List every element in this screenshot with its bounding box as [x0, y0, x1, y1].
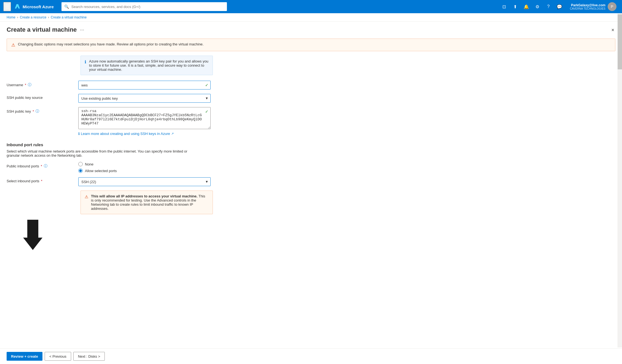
- notifications-button[interactable]: 🔔: [521, 2, 531, 12]
- user-info: ParkGalaxy@live.com CAVERNA TECHNOLOGIES: [570, 3, 605, 10]
- upload-button[interactable]: ⬆: [510, 2, 520, 12]
- page-container: Create a virtual machine ··· × ⚠ Changin…: [0, 22, 622, 362]
- info-icon: ℹ: [85, 59, 86, 64]
- main-content: ℹ Azure now automatically generates an S…: [0, 56, 622, 278]
- breadcrumb-home[interactable]: Home: [7, 15, 15, 19]
- warning-box-text: This will allow all IP addresses to acce…: [91, 194, 209, 211]
- azure-icon: [14, 4, 20, 10]
- search-bar: 🔍: [61, 2, 227, 11]
- ssh-key-label: SSH public key * ⓘ: [7, 107, 78, 114]
- external-link-icon: ↗: [171, 132, 174, 135]
- select-inbound-wrap: SSH (22) HTTP (80) HTTPS (443) RDP (3389…: [78, 177, 211, 186]
- user-org: CAVERNA TECHNOLOGIES: [570, 7, 605, 10]
- nav-icons: ⊡ ⬆ 🔔 ⚙ ? 💬: [499, 2, 564, 12]
- arrow-annotation: [23, 220, 615, 250]
- public-inbound-required: *: [41, 164, 42, 168]
- warning-banner: ⚠ Changing Basic options may reset selec…: [7, 39, 615, 51]
- select-inbound-label: Select inbound ports *: [7, 177, 78, 183]
- user-name: ParkGalaxy@live.com: [570, 3, 605, 7]
- warning-banner-text: Changing Basic options may reset selecti…: [18, 42, 203, 46]
- ssh-key-textarea-wrap: ssh-rsa AAAAB3NzaC1yc2EAAAADAQABAABgQDCb…: [78, 107, 211, 130]
- username-tooltip-icon[interactable]: ⓘ: [28, 82, 31, 87]
- page-ellipsis-button[interactable]: ···: [80, 27, 84, 33]
- select-inbound-control: SSH (22) HTTP (80) HTTPS (443) RDP (3389…: [78, 177, 211, 186]
- review-create-button[interactable]: Review + create: [7, 352, 42, 361]
- feedback-button[interactable]: 💬: [554, 2, 564, 12]
- breadcrumb-sep-2: ›: [48, 15, 49, 19]
- inbound-warning-box: ⚠ This will allow all IP addresses to ac…: [81, 191, 213, 214]
- breadcrumb: Home › Create a resource › Create a virt…: [0, 13, 622, 22]
- previous-button[interactable]: < Previous: [45, 352, 71, 361]
- inbound-rules-desc: Select which virtual machine network por…: [7, 149, 200, 157]
- user-profile[interactable]: ParkGalaxy@live.com CAVERNA TECHNOLOGIES…: [568, 1, 619, 12]
- radio-none-label: None: [85, 162, 93, 166]
- username-required: *: [25, 83, 26, 87]
- radio-none[interactable]: None: [78, 162, 211, 166]
- inbound-rules-heading: Inbound port rules: [7, 142, 615, 147]
- search-input[interactable]: [61, 2, 227, 11]
- learn-more-link[interactable]: ℹ Learn more about creating and using SS…: [78, 132, 211, 136]
- breadcrumb-create-resource[interactable]: Create a resource: [20, 15, 46, 19]
- scroll-thumb[interactable]: [618, 14, 622, 69]
- settings-button[interactable]: ⚙: [532, 2, 542, 12]
- username-control: ✓: [78, 81, 211, 89]
- page-title-row: Create a virtual machine ···: [7, 26, 84, 33]
- ssh-source-label: SSH public key source: [7, 94, 78, 100]
- public-inbound-row: Public inbound ports * ⓘ None Allow sele…: [7, 162, 615, 173]
- learn-more-text: Learn more about creating and using SSH …: [81, 132, 170, 136]
- help-button[interactable]: ?: [543, 2, 553, 12]
- down-arrow-icon: [23, 220, 42, 250]
- avatar: P: [608, 2, 616, 11]
- ssh-key-required: *: [33, 109, 34, 113]
- hamburger-button[interactable]: ☰: [3, 2, 11, 11]
- bottom-bar: Review + create < Previous Next : Disks …: [0, 348, 622, 362]
- inbound-rules-section: Inbound port rules Select which virtual …: [7, 142, 615, 157]
- svg-marker-2: [23, 220, 42, 250]
- next-button[interactable]: Next : Disks >: [73, 352, 105, 361]
- public-inbound-radio-group: None Allow selected ports: [78, 162, 211, 173]
- select-inbound-select[interactable]: SSH (22) HTTP (80) HTTPS (443) RDP (3389…: [78, 177, 211, 186]
- ssh-source-select-wrap: Use existing public key Generate new key…: [78, 94, 211, 103]
- scrollbar[interactable]: [618, 13, 622, 347]
- ssh-source-control: Use existing public key Generate new key…: [78, 94, 211, 103]
- breadcrumb-sep-1: ›: [17, 15, 18, 19]
- ssh-key-valid-icon: ✓: [205, 109, 208, 114]
- public-inbound-tooltip-icon[interactable]: ⓘ: [44, 164, 47, 169]
- ssh-source-row: SSH public key source Use existing publi…: [7, 94, 615, 103]
- username-row: Username * ⓘ ✓: [7, 81, 615, 89]
- cloud-shell-button[interactable]: ⊡: [499, 2, 509, 12]
- logo-text: Microsoft Azure: [23, 4, 54, 9]
- radio-allow-input[interactable]: [78, 169, 83, 173]
- username-input[interactable]: [78, 81, 211, 89]
- public-inbound-label: Public inbound ports * ⓘ: [7, 162, 78, 169]
- top-nav: ☰ Microsoft Azure 🔍 ⊡ ⬆ 🔔 ⚙ ? 💬 ParkGala…: [0, 0, 622, 13]
- azure-logo: Microsoft Azure: [14, 4, 54, 10]
- warning-box-icon: ⚠: [85, 194, 88, 199]
- ssh-key-tooltip-icon[interactable]: ⓘ: [36, 109, 39, 114]
- radio-allow-label: Allow selected ports: [85, 169, 117, 173]
- radio-none-input[interactable]: [78, 162, 83, 166]
- ssh-key-control: ssh-rsa AAAAB3NzaC1yc2EAAAADAQABAABgQDCb…: [78, 107, 211, 136]
- username-valid-icon: ✓: [205, 83, 208, 87]
- warning-box-strong: This will allow all IP addresses to acce…: [91, 194, 197, 198]
- public-inbound-control: None Allow selected ports: [78, 162, 211, 173]
- ssh-source-select[interactable]: Use existing public key Generate new key…: [78, 94, 211, 103]
- close-button[interactable]: ×: [610, 26, 615, 34]
- username-input-wrap: ✓: [78, 81, 211, 89]
- search-icon: 🔍: [64, 4, 69, 9]
- ssh-key-row: SSH public key * ⓘ ssh-rsa AAAAB3NzaC1yc…: [7, 107, 615, 136]
- breadcrumb-current: Create a virtual machine: [51, 15, 87, 19]
- info-box-text: Azure now automatically generates an SSH…: [89, 59, 209, 72]
- select-inbound-required: *: [41, 179, 42, 183]
- ssh-key-textarea[interactable]: ssh-rsa AAAAB3NzaC1yc2EAAAADAQABAABgQDCb…: [78, 107, 211, 129]
- username-label: Username * ⓘ: [7, 81, 78, 87]
- select-inbound-row: Select inbound ports * SSH (22) HTTP (80…: [7, 177, 615, 186]
- radio-allow-selected[interactable]: Allow selected ports: [78, 169, 211, 173]
- ssh-info-box: ℹ Azure now automatically generates an S…: [81, 56, 213, 75]
- warning-triangle-icon: ⚠: [11, 42, 15, 48]
- page-title: Create a virtual machine: [7, 26, 77, 33]
- learn-more-info-icon: ℹ: [78, 132, 80, 136]
- page-header: Create a virtual machine ··· ×: [0, 22, 622, 34]
